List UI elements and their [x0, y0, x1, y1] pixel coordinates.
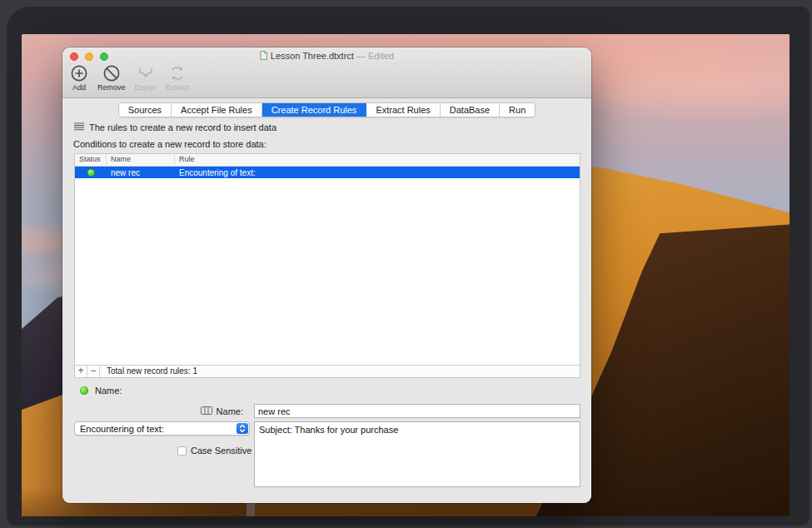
table-header: Status Name Rule — [75, 154, 580, 167]
export-button[interactable]: Export — [135, 63, 157, 92]
row-status-cell — [75, 169, 107, 177]
window-content: Sources Accept File Rules Create Record … — [62, 99, 591, 503]
detail-section-label: Name: — [95, 386, 122, 396]
row-name-cell: new rec — [107, 168, 175, 177]
window-title-text: Lesson Three.dtxtrct — [271, 51, 354, 61]
table-row[interactable]: new rec Encountering of text: — [75, 167, 580, 178]
tab-run[interactable]: Run — [500, 103, 535, 117]
case-sensitive-label: Case Sensitive — [191, 446, 252, 456]
case-sensitive-row: Case Sensitive — [177, 446, 252, 456]
remove-rule-button[interactable]: − — [87, 366, 100, 377]
document-icon — [260, 51, 267, 62]
export-icon — [136, 63, 156, 82]
table-footer: + − Total new record rules: 1 — [75, 365, 580, 377]
detail-section-status: Name: — [80, 386, 122, 396]
add-icon — [70, 63, 88, 82]
remove-icon — [102, 63, 121, 82]
rules-table: Status Name Rule new rec Encountering of… — [74, 153, 580, 378]
extract-icon — [168, 63, 187, 82]
app-window: Lesson Three.dtxtrct — Edited Add Remove — [62, 47, 591, 503]
rules-hint-text: The rules to create a new record to inse… — [89, 122, 276, 132]
rules-hint-row: The rules to create a new record to inse… — [74, 122, 276, 132]
name-input[interactable] — [254, 404, 580, 418]
add-rule-button[interactable]: + — [75, 366, 87, 377]
window-title: Lesson Three.dtxtrct — Edited — [62, 51, 591, 62]
list-icon — [74, 122, 84, 132]
name-field-label: Name: — [162, 406, 243, 416]
column-header-rule[interactable]: Rule — [175, 154, 580, 166]
tab-accept-file-rules[interactable]: Accept File Rules — [172, 103, 262, 117]
tab-extract-rules[interactable]: Extract Rules — [366, 103, 440, 117]
window-titlebar: Lesson Three.dtxtrct — Edited Add Remove — [62, 47, 591, 98]
tab-sources[interactable]: Sources — [119, 103, 172, 117]
row-rule-cell: Encountering of text: — [175, 168, 580, 177]
toolbar: Add Remove Export Extract — [70, 63, 189, 92]
remove-button[interactable]: Remove — [97, 63, 126, 92]
tab-bar: Sources Accept File Rules Create Record … — [62, 102, 591, 117]
table-columns-icon — [201, 406, 212, 416]
add-button[interactable]: Add — [70, 63, 88, 92]
column-header-name[interactable]: Name — [107, 154, 175, 166]
pattern-textarea[interactable]: Subject: Thanks for your purchase — [254, 421, 580, 487]
rules-count-summary: Total new record rules: 1 — [100, 366, 197, 377]
rule-type-select[interactable]: Encountering of text: — [74, 421, 250, 436]
select-stepper-icon — [237, 423, 248, 434]
rule-type-value: Encountering of text: — [75, 424, 237, 434]
window-title-edited: — Edited — [356, 51, 394, 61]
tab-create-record-rules[interactable]: Create Record Rules — [262, 103, 367, 117]
status-dot-icon — [87, 169, 95, 177]
case-sensitive-checkbox[interactable] — [177, 446, 187, 456]
column-header-status[interactable]: Status — [75, 154, 107, 166]
conditions-label: Conditions to create a new record to sto… — [73, 139, 267, 149]
extract-button[interactable]: Extract — [166, 63, 189, 92]
status-dot-icon — [80, 386, 88, 395]
tab-database[interactable]: DataBase — [441, 103, 500, 117]
segmented-control: Sources Accept File Rules Create Record … — [118, 102, 536, 117]
